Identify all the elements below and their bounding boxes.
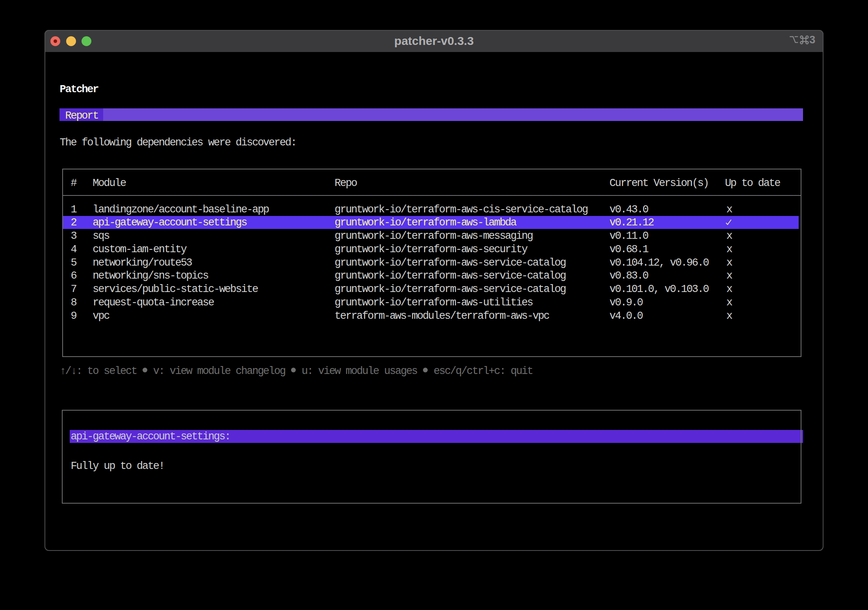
svg-text:3: 3: [809, 35, 815, 46]
